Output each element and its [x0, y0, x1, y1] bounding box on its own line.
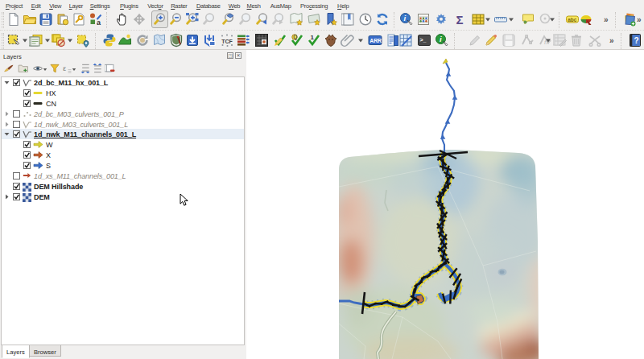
svg-text:abc: abc: [568, 17, 577, 23]
svg-text:»: »: [604, 15, 609, 24]
svg-text:1: 1: [311, 34, 315, 41]
svg-text:Σ: Σ: [456, 13, 464, 27]
svg-text:>_: >_: [420, 37, 427, 43]
svg-text:ε: ε: [63, 64, 66, 72]
svg-text:i: i: [440, 35, 442, 43]
svg-text:a: a: [97, 19, 101, 27]
svg-text:»: »: [609, 36, 614, 45]
svg-text:Q: Q: [293, 34, 297, 40]
svg-text:ARR: ARR: [369, 38, 382, 43]
svg-text:?: ?: [634, 36, 639, 45]
svg-text:i: i: [404, 14, 407, 23]
svg-text:»: »: [637, 15, 642, 24]
svg-text:TCF: TCF: [221, 39, 233, 44]
